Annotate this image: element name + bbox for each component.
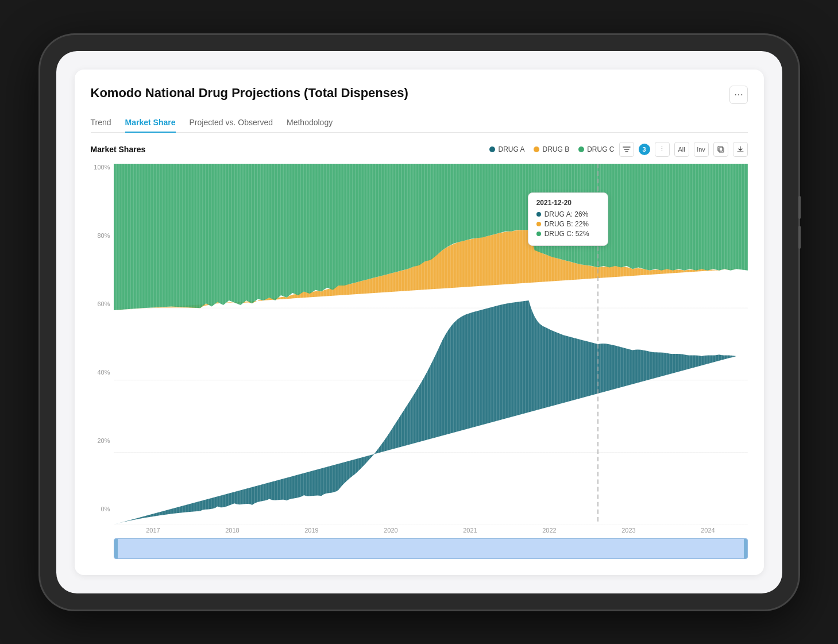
- x-label-2019: 2019: [304, 527, 318, 534]
- tooltip-date: 2021-12-20: [536, 199, 600, 207]
- minimap-right-handle[interactable]: [744, 539, 747, 558]
- y-label-0: 0%: [101, 506, 110, 512]
- chart-canvas[interactable]: // This won't execute in SVG but we'll u…: [114, 164, 748, 525]
- chart-legend: DRUG A DRUG B DRUG C: [489, 145, 614, 153]
- svg-rect-0: [719, 148, 724, 152]
- chart-inner: // This won't execute in SVG but we'll u…: [114, 164, 748, 525]
- card-header: Komodo National Drug Projections (Total …: [91, 86, 748, 104]
- x-label-2018: 2018: [225, 527, 239, 534]
- legend-label-drug-a: DRUG A: [498, 145, 524, 153]
- legend-dot-drug-b: [534, 146, 539, 152]
- side-button-1[interactable]: [798, 196, 801, 219]
- minimap[interactable]: [114, 538, 748, 559]
- tooltip-row-drug-c: DRUG C: 52%: [536, 230, 600, 238]
- tooltip-label-drug-b: DRUG B: 22%: [544, 220, 589, 228]
- tab-methodology[interactable]: Methodology: [287, 113, 333, 133]
- x-label-2017: 2017: [146, 527, 160, 534]
- y-label-60: 60%: [97, 300, 110, 307]
- card: Komodo National Drug Projections (Total …: [75, 70, 764, 575]
- chart-toolbar: Market Shares DRUG A DRUG B: [91, 142, 748, 157]
- tab-market-share[interactable]: Market Share: [125, 113, 176, 133]
- copy-button[interactable]: [713, 142, 728, 157]
- chart-svg: // This won't execute in SVG but we'll u…: [114, 164, 748, 525]
- tooltip-row-drug-b: DRUG B: 22%: [536, 220, 600, 228]
- filter-button[interactable]: [619, 142, 634, 157]
- chart-controls: DRUG A DRUG B DRUG C: [489, 142, 747, 157]
- x-axis: 2017 2018 2019 2020 2021 2022 2023 2024: [91, 527, 748, 534]
- y-axis: 100% 80% 60% 40% 20% 0%: [91, 164, 114, 525]
- y-label-80: 80%: [97, 232, 110, 239]
- legend-drug-b: DRUG B: [534, 145, 569, 153]
- legend-label-drug-b: DRUG B: [542, 145, 569, 153]
- legend-drug-c: DRUG C: [578, 145, 614, 153]
- tab-trend[interactable]: Trend: [91, 113, 111, 133]
- menu-button[interactable]: ⋯: [729, 86, 748, 104]
- tablet-frame: Komodo National Drug Projections (Total …: [40, 35, 798, 610]
- chart-section-title: Market Shares: [91, 145, 146, 154]
- x-label-2021: 2021: [463, 527, 477, 534]
- tab-projected-vs-observed[interactable]: Projected vs. Observed: [190, 113, 273, 133]
- more-options-button[interactable]: ⋮: [655, 142, 670, 157]
- tooltip-row-drug-a: DRUG A: 26%: [536, 210, 600, 218]
- tooltip-dot-drug-c: [536, 232, 541, 236]
- chart-tooltip: 2021-12-20 DRUG A: 26% DRUG B: 22%: [528, 192, 608, 246]
- legend-drug-a: DRUG A: [489, 145, 524, 153]
- tablet-screen: Komodo National Drug Projections (Total …: [56, 51, 782, 593]
- x-label-2023: 2023: [621, 527, 635, 534]
- x-label-2020: 2020: [384, 527, 397, 534]
- legend-dot-drug-a: [489, 146, 495, 152]
- side-button-2[interactable]: [798, 226, 801, 249]
- x-label-2024: 2024: [701, 527, 715, 534]
- y-label-100: 100%: [94, 164, 110, 171]
- side-buttons: [798, 196, 801, 249]
- tooltip-label-drug-a: DRUG A: 26%: [544, 210, 589, 218]
- all-button[interactable]: All: [674, 142, 689, 157]
- tabs-container: Trend Market Share Projected vs. Observe…: [91, 113, 748, 133]
- filter-badge: 3: [639, 144, 650, 155]
- x-label-2022: 2022: [542, 527, 556, 534]
- y-label-40: 40%: [97, 369, 110, 376]
- tooltip-label-drug-c: DRUG C: 52%: [544, 230, 589, 238]
- minimap-left-handle[interactable]: [114, 539, 118, 558]
- svg-rect-10: [114, 164, 748, 525]
- y-label-20: 20%: [97, 437, 110, 444]
- legend-label-drug-c: DRUG C: [587, 145, 614, 153]
- legend-dot-drug-c: [578, 146, 584, 152]
- svg-rect-1: [718, 146, 723, 151]
- card-title: Komodo National Drug Projections (Total …: [91, 86, 408, 101]
- chart-area: 100% 80% 60% 40% 20% 0%: [91, 164, 748, 559]
- inv-button[interactable]: Inv: [694, 142, 709, 157]
- tooltip-dot-drug-b: [536, 222, 541, 226]
- minimap-range[interactable]: [114, 538, 748, 559]
- chart-main: 100% 80% 60% 40% 20% 0%: [91, 164, 748, 525]
- tooltip-dot-drug-a: [536, 212, 541, 217]
- download-button[interactable]: [733, 142, 748, 157]
